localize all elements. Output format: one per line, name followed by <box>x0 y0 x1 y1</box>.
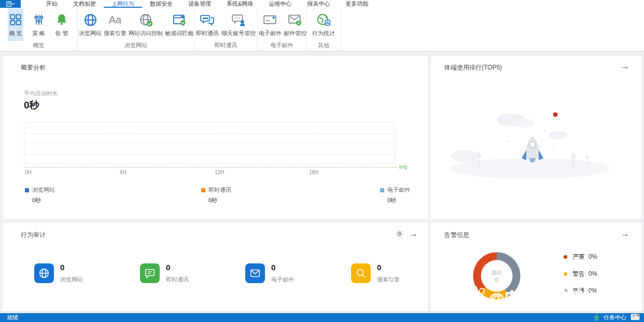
ribbon-item-email-control[interactable]: 邮件管控 <box>283 8 307 41</box>
ribbon-item-label: 搜索引擎 <box>104 30 127 37</box>
chat-bubbles-icon <box>200 11 215 28</box>
alert-legend: 严重 0% 警告 0% 普通 0% <box>564 253 597 304</box>
stat-label: 搜索引擎 <box>377 276 400 284</box>
ribbon-group-browse-web: 浏览网站 Aa 搜索引擎 网站访问控制 敏感词拦截 浏览网站 <box>78 8 194 51</box>
audit-settings-gear-button[interactable] <box>396 230 403 239</box>
tab-data-security[interactable]: 数据安全 <box>142 0 180 8</box>
ribbon-group-label: 其他 <box>306 41 341 51</box>
tab-device-management[interactable]: 设备管理 <box>180 0 219 8</box>
alert-info-card: 告警信息 → 总计 0 严重 0% 警告 0% 普通 0% <box>431 223 642 312</box>
alert-legend-normal: 普通 0% <box>564 287 597 295</box>
ribbon-item-label: 聊天账号管控 <box>221 30 256 37</box>
task-center-button[interactable]: 任务中心 <box>604 314 626 321</box>
alert-legend-warning: 警告 0% <box>564 270 597 277</box>
mail-icon <box>245 263 265 283</box>
status-bar: 就绪 任务中心 <box>0 313 644 322</box>
ribbon-group-overview: 概 览 策 略 告 警 概览 <box>0 8 78 51</box>
activity-line-chart <box>24 122 396 164</box>
search-icon <box>351 263 371 283</box>
envelope-shield-icon <box>288 11 302 28</box>
legend-value: 0秒 <box>387 197 410 204</box>
ribbon-item-search-engine[interactable]: Aa 搜索引擎 <box>103 8 128 41</box>
terminal-ranking-card: 终端使用排行(TOP5) → <box>431 56 642 219</box>
behavior-audit-card: 行为审计 → 0浏览网站 0即时通讯 0电子邮件 0搜索引擎 <box>3 223 428 312</box>
empty-state-rocket-illustration <box>446 100 618 185</box>
x-tick-12h: 12H <box>215 170 224 175</box>
stat-label: 即时通讯 <box>166 276 189 284</box>
card-title-summary-analysis: 概要分析 <box>21 63 46 72</box>
app-menu-button[interactable] <box>0 0 21 8</box>
globe-chart-icon <box>316 11 331 28</box>
tab-report-center[interactable]: 报表中心 <box>299 0 338 8</box>
audit-stat-instant-messaging: 0即时通讯 <box>140 263 189 284</box>
stat-value: 0 <box>271 263 294 272</box>
legend-label: 浏览网站 <box>32 186 55 194</box>
browse-globe-icon <box>83 11 97 28</box>
legend-dot <box>564 272 567 276</box>
legend-dot <box>564 255 567 259</box>
donut-total-label: 总计 <box>492 269 502 276</box>
alert-legend-severe: 严重 0% <box>564 253 597 260</box>
donut-center-text: 总计 0 <box>472 251 522 301</box>
legend-label: 普通 <box>572 287 585 295</box>
ribbon-item-label: 策 略 <box>32 30 45 37</box>
tab-system-network[interactable]: 系统&网络 <box>219 0 261 8</box>
legend-item-email: 电子邮件 0秒 <box>380 186 410 204</box>
download-arrow-icon <box>594 314 599 321</box>
legend-dot <box>564 289 567 293</box>
ribbon-item-label: 行为统计 <box>312 30 335 37</box>
status-ready-text: 就绪 <box>0 314 18 321</box>
legend-item-instant-messaging: 即时通讯 0秒 <box>201 186 231 204</box>
legend-label: 即时通讯 <box>208 186 231 194</box>
x-tick-0h: 0H <box>25 170 32 175</box>
stat-value: 0 <box>166 263 189 272</box>
ribbon-item-behavior-stats[interactable]: 行为统计 <box>311 8 336 41</box>
ribbon-item-email[interactable]: 电子邮件 <box>258 8 283 41</box>
ribbon-item-label: 概 览 <box>9 30 22 37</box>
chat-account-icon <box>231 11 246 28</box>
chat-icon <box>140 263 160 283</box>
tab-ops-center[interactable]: 运维中心 <box>261 0 299 8</box>
ribbon-item-label: 电子邮件 <box>259 30 282 37</box>
audit-detail-arrow-button[interactable]: → <box>409 229 418 238</box>
avg-line-label: avg <box>399 164 407 170</box>
avg-activity-duration-label: 平均活动时长 <box>24 90 58 97</box>
ribbon-item-instant-messaging[interactable]: 即时通讯 <box>195 8 220 41</box>
ribbon-group-label: 电子邮件 <box>258 41 306 51</box>
tab-more-features[interactable]: 更多功能 <box>338 0 376 8</box>
card-title-alert-info: 告警信息 <box>444 231 469 240</box>
ribbon-item-site-access-control[interactable]: 网站访问控制 <box>128 8 164 41</box>
legend-swatch <box>201 188 205 192</box>
ribbon-group-im: 即时通讯 聊天账号管控 即时通讯 <box>194 8 258 51</box>
card-title-terminal-ranking: 终端使用排行(TOP5) <box>444 63 502 72</box>
search-engine-aa-icon: Aa <box>109 11 121 28</box>
alert-detail-arrow-button[interactable]: → <box>621 229 629 238</box>
legend-value: 0% <box>589 253 597 260</box>
avg-activity-duration-value: 0秒 <box>24 99 39 112</box>
ribbon-item-chat-account-control[interactable]: 聊天账号管控 <box>220 8 257 41</box>
globe-icon <box>34 263 54 283</box>
overview-grid-icon <box>9 11 22 28</box>
envelope-icon <box>263 11 277 28</box>
tab-internet-behavior[interactable]: 上网行为 <box>104 0 142 8</box>
legend-value: 0% <box>589 270 597 277</box>
tab-doc-encryption[interactable]: 文档加密 <box>65 0 104 8</box>
ribbon-item-overview[interactable]: 概 览 <box>8 8 23 41</box>
stat-value: 0 <box>377 263 400 272</box>
audit-stat-search-engine: 0搜索引擎 <box>351 263 400 284</box>
message-tray-icon[interactable] <box>631 314 640 321</box>
legend-label: 电子邮件 <box>387 186 410 194</box>
ribbon-item-policy[interactable]: 策 略 <box>31 8 46 41</box>
alert-donut-chart: 总计 0 <box>472 251 522 301</box>
legend-swatch <box>380 188 384 192</box>
ribbon-item-sensitive-word-block[interactable]: 敏感词拦截 <box>164 8 194 41</box>
tab-start[interactable]: 开始 <box>38 0 65 8</box>
x-tick-18h: 18H <box>309 170 318 175</box>
ribbon: 概 览 策 略 告 警 概览 浏览网站 <box>0 8 644 51</box>
audit-stat-email: 0电子邮件 <box>245 263 294 284</box>
ribbon-group-label: 概览 <box>0 41 77 51</box>
ranking-detail-arrow-button[interactable]: → <box>621 62 629 71</box>
ribbon-item-browse-websites[interactable]: 浏览网站 <box>78 8 103 41</box>
alert-bell-icon <box>55 11 68 28</box>
ribbon-item-alerts[interactable]: 告 警 <box>54 8 69 41</box>
